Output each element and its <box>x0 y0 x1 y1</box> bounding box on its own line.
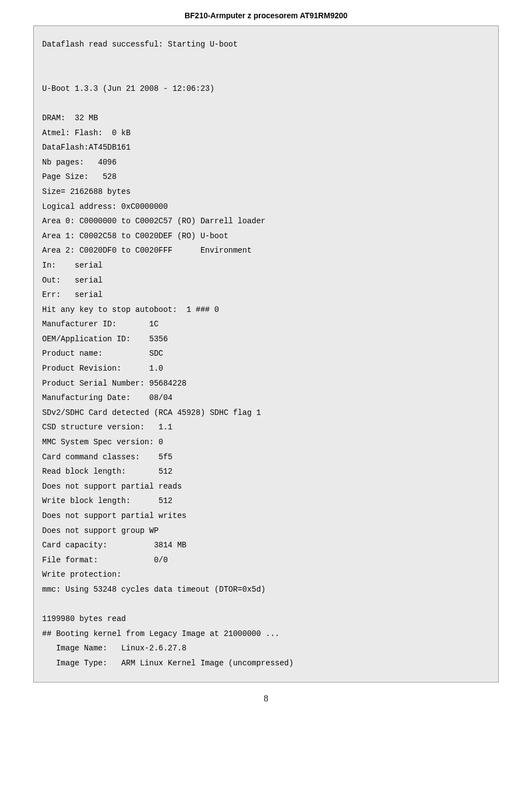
console-line: Card command classes: 5f5 <box>42 453 172 461</box>
console-line: MMC System Spec version: 0 <box>42 438 163 447</box>
console-line: U-Boot 1.3.3 (Jun 21 2008 - 12:06:23) <box>42 84 214 93</box>
console-line: Product Revision: 1.0 <box>42 364 163 373</box>
console-line: SDv2/SDHC Card detected (RCA 45928) SDHC… <box>42 408 261 417</box>
console-line: File format: 0/0 <box>42 556 168 565</box>
console-line: ## Booting kernel from Legacy Image at 2… <box>42 629 279 638</box>
console-line: Atmel: Flash: 0 kB <box>42 129 131 137</box>
console-line: OEM/Application ID: 5356 <box>42 335 168 343</box>
console-line: Manufacturer ID: 1C <box>42 320 158 329</box>
console-line: Out: serial <box>42 276 103 285</box>
page-container: BF210-Armputer z procesorem AT91RM9200 D… <box>0 0 532 726</box>
console-line: Dataflash read successful: Starting U-bo… <box>42 40 238 49</box>
console-line: Does not support group WP <box>42 526 158 535</box>
console-line: Product name: SDC <box>42 349 163 358</box>
console-line: Logical address: 0xC0000000 <box>42 202 168 211</box>
console-line: Image Name: Linux-2.6.27.8 <box>42 644 186 653</box>
console-line: DRAM: 32 MB <box>42 114 98 122</box>
console-line: Write protection: <box>42 570 121 579</box>
console-line: Hit any key to stop autoboot: 1 ### 0 <box>42 305 219 314</box>
console-line: In: serial <box>42 261 103 270</box>
console-line: Err: serial <box>42 290 103 299</box>
console-line: Area 2: C0020DF0 to C0020FFF Environment <box>42 246 252 255</box>
console-line: Does not support partial reads <box>42 482 182 491</box>
console-line: Manufacturing Date: 08/04 <box>42 393 172 402</box>
console-line: Product Serial Number: 95684228 <box>42 379 186 388</box>
console-line: Card capacity: 3814 MB <box>42 541 186 550</box>
console-line: mmc: Using 53248 cycles data timeout (DT… <box>42 585 265 594</box>
console-line: CSD structure version: 1.1 <box>42 423 172 432</box>
console-output: Dataflash read successful: Starting U-bo… <box>33 25 499 683</box>
console-line: Page Size: 528 <box>42 172 116 181</box>
console-line: Write block length: 512 <box>42 496 172 505</box>
console-line: DataFlash:AT45DB161 <box>42 143 131 152</box>
console-line: 1199980 bytes read <box>42 614 126 623</box>
console-line: Read block length: 512 <box>42 467 172 476</box>
console-line: Image Type: ARM Linux Kernel Image (unco… <box>42 659 294 668</box>
console-line: Area 0: C0000000 to C0002C57 (RO) Darrel… <box>42 217 265 225</box>
page-number: 8 <box>33 694 499 704</box>
document-header: BF210-Armputer z procesorem AT91RM9200 <box>33 11 499 20</box>
console-line: Size= 2162688 bytes <box>42 187 131 196</box>
console-line: Does not support partial writes <box>42 511 186 520</box>
console-line: Area 1: C0002C58 to C0020DEF (RO) U-boot <box>42 232 228 240</box>
console-line: Nb pages: 4096 <box>42 158 116 167</box>
